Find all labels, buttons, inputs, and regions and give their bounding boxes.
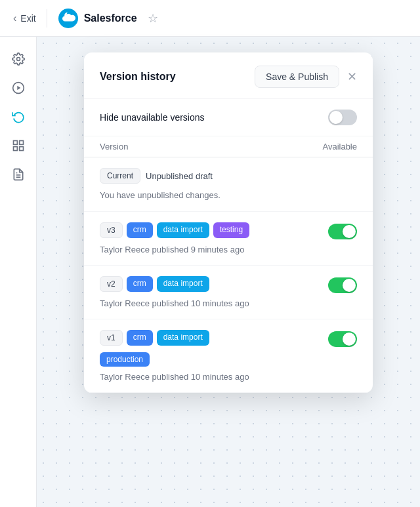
version-toggle-v3[interactable] — [328, 224, 357, 239]
toggle-track-v3 — [328, 224, 357, 239]
content-area: Version history Save & Publish ✕ Hide un… — [37, 37, 420, 507]
tag-crm-v1: crm — [127, 330, 153, 346]
tag-data-import-v1: data import — [157, 330, 209, 346]
modal-header-actions: Save & Publish ✕ — [255, 66, 357, 88]
svg-point-1 — [16, 58, 20, 61]
toggle-thumb — [329, 111, 343, 124]
version-section-v2: v2 crm data import Taylor Reece publishe… — [84, 266, 373, 319]
current-badge: Current — [100, 168, 140, 184]
exit-label: Exit — [20, 13, 35, 24]
version-meta-v3: Taylor Reece published 9 minutes ago — [100, 245, 357, 254]
column-version-header: Version — [100, 142, 128, 152]
unpublished-badge: Unpublished draft — [146, 171, 213, 181]
sidebar-icon-settings[interactable] — [7, 47, 30, 71]
tag-production-v1: production — [100, 352, 150, 367]
version-row-v1: v1 crm data import — [100, 330, 357, 347]
sidebar-icon-grid[interactable] — [7, 134, 30, 157]
svg-marker-3 — [17, 86, 20, 91]
tag-data-import-v2: data import — [157, 276, 209, 292]
hide-unavailable-row: Hide unavailable versions — [84, 99, 373, 136]
exit-button[interactable]: ‹ Exit — [13, 12, 36, 24]
toggle-thumb-v1 — [343, 333, 356, 346]
brand-name: Salesforce — [84, 12, 137, 24]
nav-brand: Salesforce — [58, 8, 137, 29]
version-tags-v1: v1 crm data import — [100, 330, 318, 346]
current-badges: Current Unpublished draft — [100, 168, 357, 184]
tag-crm-v3: crm — [127, 222, 153, 238]
close-button[interactable]: ✕ — [347, 71, 357, 83]
hide-unavailable-label: Hide unavailable versions — [100, 112, 205, 123]
version-toggle-v2[interactable] — [328, 277, 357, 293]
tag-data-import-v3: data import — [157, 222, 209, 238]
column-available-header: Available — [322, 142, 357, 152]
main-layout: Version history Save & Publish ✕ Hide un… — [0, 37, 420, 507]
sidebar — [0, 37, 37, 507]
toggle-track-v2 — [328, 277, 357, 293]
modal-header: Version history Save & Publish ✕ — [84, 52, 373, 99]
version-row-v2: v2 crm data import — [100, 276, 357, 293]
version-tag-v1: v1 — [100, 330, 123, 346]
top-nav: ‹ Exit Salesforce ☆ — [0, 0, 420, 37]
salesforce-logo-icon — [58, 8, 79, 29]
toggle-thumb-v2 — [343, 279, 356, 292]
modal-title: Version history — [100, 71, 176, 83]
sidebar-icon-document[interactable] — [7, 163, 30, 186]
version-toggle-v1[interactable] — [328, 331, 357, 347]
toggle-thumb-v3 — [343, 225, 356, 238]
svg-rect-5 — [19, 141, 23, 145]
current-note: You have unpublished changes. — [100, 190, 220, 200]
svg-rect-4 — [13, 141, 17, 145]
version-tags-v3: v3 crm data import testing — [100, 222, 318, 238]
toggle-track — [328, 110, 357, 125]
version-meta-v1: Taylor Reece published 10 minutes ago — [100, 372, 357, 382]
version-tag-v2: v2 — [100, 276, 123, 292]
svg-rect-6 — [13, 147, 17, 151]
save-publish-button[interactable]: Save & Publish — [255, 66, 339, 88]
version-section-v1: v1 crm data import production Taylor Ree… — [84, 319, 373, 393]
version-tags-v2: v2 crm data import — [100, 276, 318, 292]
sidebar-icon-play[interactable] — [7, 76, 30, 100]
tag-testing-v3: testing — [213, 222, 249, 238]
hide-unavailable-toggle[interactable] — [328, 110, 357, 125]
version-meta-v2: Taylor Reece published 10 minutes ago — [100, 298, 357, 308]
table-header: Version Available — [84, 136, 373, 157]
svg-rect-7 — [19, 147, 23, 151]
tag-crm-v2: crm — [127, 276, 153, 292]
toggle-track-v1 — [328, 331, 357, 347]
sidebar-icon-history[interactable] — [7, 105, 30, 129]
favorite-star-icon[interactable]: ☆ — [148, 11, 158, 26]
version-history-modal: Version history Save & Publish ✕ Hide un… — [84, 52, 373, 393]
extra-tags-v1: production — [100, 352, 357, 367]
nav-divider — [47, 9, 47, 28]
version-row-v3: v3 crm data import testing — [100, 222, 357, 239]
version-tag-v3: v3 — [100, 222, 123, 238]
chevron-left-icon: ‹ — [13, 12, 16, 24]
current-section: Current Unpublished draft You have unpub… — [84, 157, 373, 212]
version-section-v3: v3 crm data import testing Taylor Reece … — [84, 212, 373, 266]
